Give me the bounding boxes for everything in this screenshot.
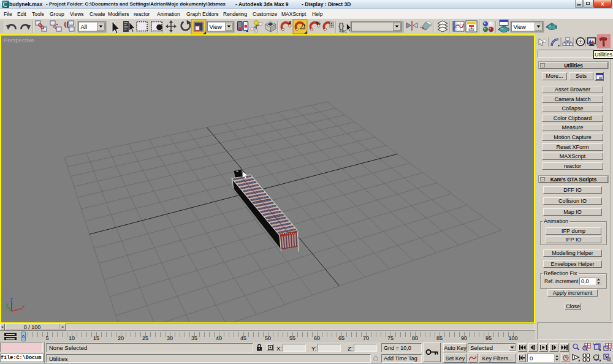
svg-text:ABC: ABC [339,29,348,33]
svg-text:40: 40 [216,335,222,341]
svg-text:75: 75 [387,335,394,341]
svg-text:65: 65 [338,335,345,341]
svg-text:95: 95 [485,335,492,341]
svg-text:20: 20 [118,335,124,341]
svg-text:{}: {} [338,21,345,30]
svg-text:3: 3 [289,20,292,25]
svg-text:25: 25 [142,335,148,341]
svg-text:10: 10 [69,335,75,341]
svg-text:35: 35 [191,335,197,341]
svg-text:70: 70 [363,335,369,341]
svg-text:15: 15 [93,335,99,341]
svg-text:30: 30 [167,335,173,341]
svg-text:90: 90 [461,335,467,341]
svg-text:50: 50 [265,335,271,341]
svg-text:%: % [316,20,321,26]
svg-text:All: All [81,23,88,30]
svg-text:60: 60 [314,335,320,341]
svg-text:80: 80 [412,335,418,341]
svg-text:View: View [210,23,223,30]
svg-text:x: x [22,303,25,309]
svg-text:y: y [6,301,9,308]
svg-text:45: 45 [240,335,246,341]
svg-text:55: 55 [289,335,295,341]
svg-text:5: 5 [45,335,48,341]
svg-text:100: 100 [508,335,517,341]
svg-text:85: 85 [436,335,443,341]
svg-text:z: z [10,297,13,303]
svg-text:View: View [514,23,527,30]
